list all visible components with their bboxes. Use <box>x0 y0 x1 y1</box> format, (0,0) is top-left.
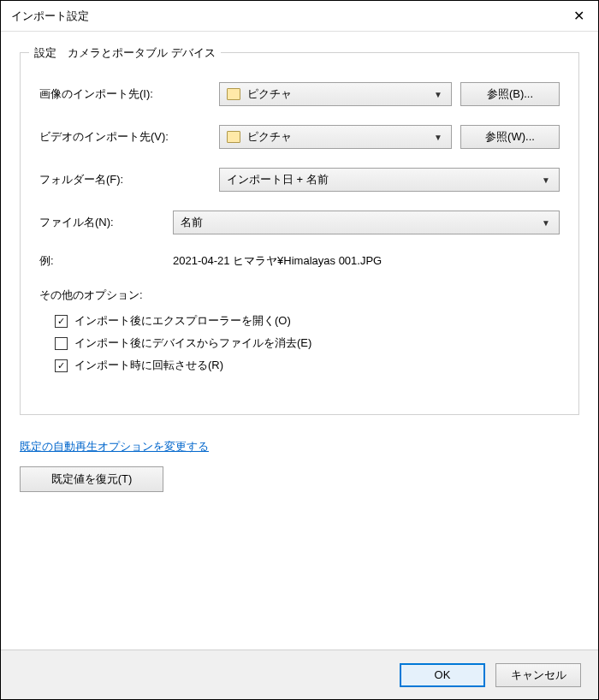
chevron-down-icon: ▼ <box>542 175 550 185</box>
checkbox-rotate[interactable]: ✓ <box>55 359 68 372</box>
video-dest-row: ビデオのインポート先(V): ピクチャ ▼ 参照(W)... <box>39 125 560 149</box>
checkbox-rotate-row: ✓ インポート時に回転させる(R) <box>55 358 560 373</box>
image-dest-value: ピクチャ <box>247 86 292 102</box>
video-dest-label: ビデオのインポート先(V): <box>39 129 211 145</box>
chevron-down-icon: ▼ <box>542 218 550 228</box>
window-title: インポート設定 <box>11 9 559 24</box>
autoplay-link[interactable]: 既定の自動再生オプションを変更する <box>20 439 209 454</box>
settings-groupbox: 設定 カメラとポータブル デバイス 画像のインポート先(I): ピクチャ ▼ 参… <box>20 52 579 415</box>
checkbox-open-explorer[interactable]: ✓ <box>55 315 68 328</box>
groupbox-label: 設定 カメラとポータブル デバイス <box>29 45 221 61</box>
folder-icon <box>227 131 240 143</box>
example-row: 例: 2021-04-21 ヒマラヤ¥Himalayas 001.JPG <box>39 253 560 269</box>
chevron-down-icon: ▼ <box>434 90 442 99</box>
image-dest-label: 画像のインポート先(I): <box>39 86 211 102</box>
folder-icon <box>227 88 240 100</box>
file-name-row: ファイル名(N): 名前 ▼ <box>39 211 560 234</box>
checkbox-delete-label: インポート後にデバイスからファイルを消去(E) <box>74 335 311 351</box>
restore-defaults-button[interactable]: 既定値を復元(T) <box>20 466 163 492</box>
folder-name-label: フォルダー名(F): <box>39 172 211 187</box>
folder-name-row: フォルダー名(F): インポート日 + 名前 ▼ <box>39 168 560 192</box>
checkbox-open-explorer-row: ✓ インポート後にエクスプローラーを開く(O) <box>55 313 560 329</box>
other-options-label: その他のオプション: <box>39 288 560 303</box>
video-browse-button[interactable]: 参照(W)... <box>460 125 560 149</box>
checkbox-rotate-label: インポート時に回転させる(R) <box>74 358 223 373</box>
cancel-button[interactable]: キャンセル <box>495 663 581 687</box>
file-name-select[interactable]: 名前 ▼ <box>173 211 560 234</box>
close-button[interactable]: ✕ <box>559 1 598 32</box>
image-dest-row: 画像のインポート先(I): ピクチャ ▼ 参照(B)... <box>39 82 560 106</box>
folder-name-value: インポート日 + 名前 <box>227 172 329 187</box>
dialog-window: インポート設定 ✕ 設定 カメラとポータブル デバイス 画像のインポート先(I)… <box>0 0 599 700</box>
example-label: 例: <box>39 253 164 269</box>
example-value: 2021-04-21 ヒマラヤ¥Himalayas 001.JPG <box>173 253 382 269</box>
image-dest-select[interactable]: ピクチャ ▼ <box>219 82 452 106</box>
checkbox-delete-row: インポート後にデバイスからファイルを消去(E) <box>55 335 560 351</box>
file-name-label: ファイル名(N): <box>39 215 164 230</box>
dialog-footer: OK キャンセル <box>1 650 598 699</box>
titlebar: インポート設定 ✕ <box>1 1 598 32</box>
image-browse-button[interactable]: 参照(B)... <box>460 82 560 106</box>
checkbox-open-explorer-label: インポート後にエクスプローラーを開く(O) <box>74 313 291 329</box>
chevron-down-icon: ▼ <box>434 133 442 142</box>
ok-button[interactable]: OK <box>400 663 485 687</box>
checkbox-delete[interactable] <box>55 337 68 350</box>
video-dest-value: ピクチャ <box>247 129 292 145</box>
file-name-value: 名前 <box>181 215 203 230</box>
folder-name-select[interactable]: インポート日 + 名前 ▼ <box>219 168 560 192</box>
video-dest-select[interactable]: ピクチャ ▼ <box>219 125 452 149</box>
content-area: 設定 カメラとポータブル デバイス 画像のインポート先(I): ピクチャ ▼ 参… <box>1 32 598 650</box>
